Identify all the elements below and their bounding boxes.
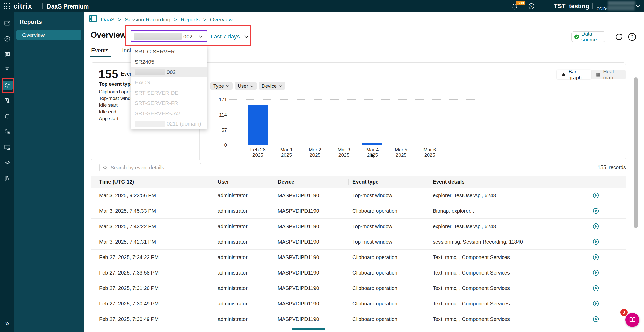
breadcrumb-reports[interactable]: Reports bbox=[181, 16, 200, 23]
tenant-name: TST_testing bbox=[554, 3, 589, 10]
redacted-option-text bbox=[135, 69, 165, 75]
sidebar-item-overview[interactable]: Overview bbox=[16, 30, 81, 40]
nav-settings-gear-icon[interactable] bbox=[2, 158, 13, 167]
top-event-types-label: Top event types bbox=[99, 81, 136, 87]
nav-tasks-clock-icon[interactable] bbox=[2, 96, 13, 105]
svg-text:?: ? bbox=[631, 34, 633, 40]
col-header-user[interactable]: User bbox=[218, 176, 229, 188]
play-recording-icon[interactable] bbox=[592, 192, 599, 199]
tab-events[interactable]: Events bbox=[91, 47, 108, 54]
ccid-label: CCID: bbox=[597, 6, 607, 11]
bar-mar-4[interactable] bbox=[362, 143, 382, 145]
search-input[interactable] bbox=[111, 165, 196, 171]
filter-device[interactable]: Device bbox=[259, 82, 285, 90]
y-axis-tick: 57 bbox=[206, 127, 227, 133]
table-row[interactable]: Mar 3, 2025, 9:23:56 PMadministratorMASP… bbox=[91, 188, 626, 203]
bar-feb-28[interactable] bbox=[248, 105, 268, 145]
redacted-ccid-value bbox=[607, 6, 635, 10]
top-app-bar: citrix DaaS Premium 688 ? TST_testing CC… bbox=[0, 0, 644, 12]
nav-script-icon[interactable] bbox=[2, 65, 13, 74]
x-axis-label: Mar 12025 bbox=[275, 147, 298, 158]
dropdown-option-disabled: SRT-SERVER-JA2 bbox=[131, 108, 207, 119]
breadcrumb-session-recording[interactable]: Session Recording bbox=[125, 16, 170, 23]
time-range-chevron-icon bbox=[243, 35, 249, 39]
table-row[interactable]: Mar 3, 2025, 7:42:31 PMadministratorMASP… bbox=[91, 234, 626, 250]
breadcrumb-overview[interactable]: Overview bbox=[210, 16, 233, 23]
topbar-divider bbox=[548, 3, 548, 9]
active-tab-underline bbox=[90, 56, 111, 57]
play-recording-icon[interactable] bbox=[592, 269, 599, 276]
notification-count-badge: 688 bbox=[516, 1, 525, 5]
x-axis-label: Mar 22025 bbox=[303, 147, 327, 158]
check-circle-icon bbox=[574, 34, 579, 40]
help-icon[interactable]: ? bbox=[528, 3, 535, 10]
citrix-daas-reports-screen: citrix DaaS Premium 688 ? TST_testing CC… bbox=[0, 0, 644, 332]
nav-messages-icon[interactable] bbox=[2, 50, 13, 59]
heat-map-grid-icon bbox=[596, 72, 600, 78]
play-recording-icon[interactable] bbox=[592, 285, 599, 292]
table-row[interactable]: Mar 3, 2025, 7:45:33 PMadministratorMASP… bbox=[91, 203, 626, 219]
app-switcher-icon[interactable] bbox=[4, 3, 10, 10]
dropdown-option[interactable]: SRT-C-SERVER bbox=[131, 46, 207, 57]
play-recording-icon[interactable] bbox=[592, 316, 599, 322]
play-recording-icon[interactable] bbox=[592, 223, 599, 230]
bar-chart-icon bbox=[561, 72, 566, 78]
nav-sessions-play-icon[interactable] bbox=[2, 34, 13, 44]
play-recording-icon[interactable] bbox=[592, 300, 599, 307]
bar-graph-toggle[interactable]: Bar graph bbox=[557, 70, 591, 79]
col-header-time[interactable]: Time (UTC-12) bbox=[99, 176, 134, 188]
time-range-select[interactable]: Last 7 days bbox=[211, 33, 249, 40]
product-name: DaaS Premium bbox=[47, 3, 89, 10]
col-header-event-type[interactable]: Event type bbox=[352, 176, 378, 188]
vertical-scrollbar[interactable] bbox=[634, 77, 638, 228]
play-recording-icon[interactable] bbox=[592, 238, 599, 245]
horizontal-scrollbar[interactable] bbox=[292, 328, 325, 330]
expand-sidebar-icon[interactable]: » bbox=[0, 319, 14, 327]
table-row[interactable]: Feb 27, 2025, 7:34:22 PMadministratorMAS… bbox=[91, 250, 626, 265]
table-row[interactable]: Feb 27, 2025, 7:30:49 PMadministratorMAS… bbox=[91, 311, 626, 327]
citrix-logo: citrix bbox=[13, 2, 32, 10]
filter-type[interactable]: Type bbox=[210, 82, 233, 90]
heat-map-toggle[interactable]: Heat map bbox=[591, 70, 626, 79]
topbar-divider bbox=[592, 3, 593, 9]
table-row[interactable]: Mar 3, 2025, 7:43:22 PMadministratorMASP… bbox=[91, 219, 626, 234]
redacted-option-text bbox=[135, 121, 165, 127]
nav-reports-icon[interactable] bbox=[2, 81, 13, 90]
filter-user[interactable]: User bbox=[235, 82, 257, 90]
account-menu-chevron-icon[interactable] bbox=[635, 4, 640, 8]
nav-user-details-icon[interactable] bbox=[2, 127, 13, 136]
gridline bbox=[229, 99, 476, 100]
dropdown-option[interactable]: SR2405 bbox=[131, 57, 207, 67]
server-select[interactable]: 002 bbox=[131, 30, 207, 42]
col-header-event-details[interactable]: Event details bbox=[433, 176, 464, 188]
data-source-button[interactable]: Data source bbox=[571, 31, 605, 42]
primary-nav-rail: » bbox=[0, 12, 14, 332]
play-recording-icon[interactable] bbox=[592, 254, 599, 261]
table-row[interactable]: Feb 27, 2025, 7:31:26 PMadministratorMAS… bbox=[91, 280, 626, 296]
nav-alerts-bell-icon[interactable] bbox=[2, 112, 13, 121]
play-recording-icon[interactable] bbox=[592, 208, 599, 214]
refresh-icon[interactable] bbox=[614, 32, 624, 42]
redacted-account-text bbox=[608, 1, 635, 5]
records-count: 155records bbox=[549, 164, 626, 170]
nav-window-warning-icon[interactable] bbox=[2, 143, 13, 152]
x-axis-label: Mar 52025 bbox=[389, 147, 413, 158]
svg-text:?: ? bbox=[530, 4, 532, 8]
table-row[interactable]: Feb 27, 2025, 7:30:49 PMadministratorMAS… bbox=[91, 296, 626, 311]
breadcrumb-daas[interactable]: DaaS bbox=[101, 16, 115, 23]
assistant-fab-button[interactable] bbox=[625, 313, 639, 327]
table-header: Time (UTC-12) User Device Event type Eve… bbox=[91, 176, 626, 188]
col-header-device[interactable]: Device bbox=[278, 176, 294, 188]
events-table: Mar 3, 2025, 9:23:56 PMadministratorMASP… bbox=[91, 188, 626, 327]
collapse-panel-icon[interactable] bbox=[89, 15, 97, 22]
table-row[interactable]: Feb 27, 2025, 7:33:58 PMadministratorMAS… bbox=[91, 265, 626, 280]
dropdown-option-disabled: HAOS bbox=[131, 77, 207, 88]
chart-type-toggle: Bar graph Heat map bbox=[557, 70, 626, 79]
nav-library-icon[interactable] bbox=[2, 173, 13, 183]
chevron-down-icon bbox=[250, 85, 254, 87]
dropdown-option-selected[interactable]: 002 bbox=[131, 67, 207, 77]
x-axis-line bbox=[229, 145, 476, 145]
select-chevron-icon bbox=[198, 35, 203, 38]
nav-dashboard-icon[interactable] bbox=[2, 19, 13, 28]
page-help-icon[interactable]: ? bbox=[628, 32, 637, 42]
